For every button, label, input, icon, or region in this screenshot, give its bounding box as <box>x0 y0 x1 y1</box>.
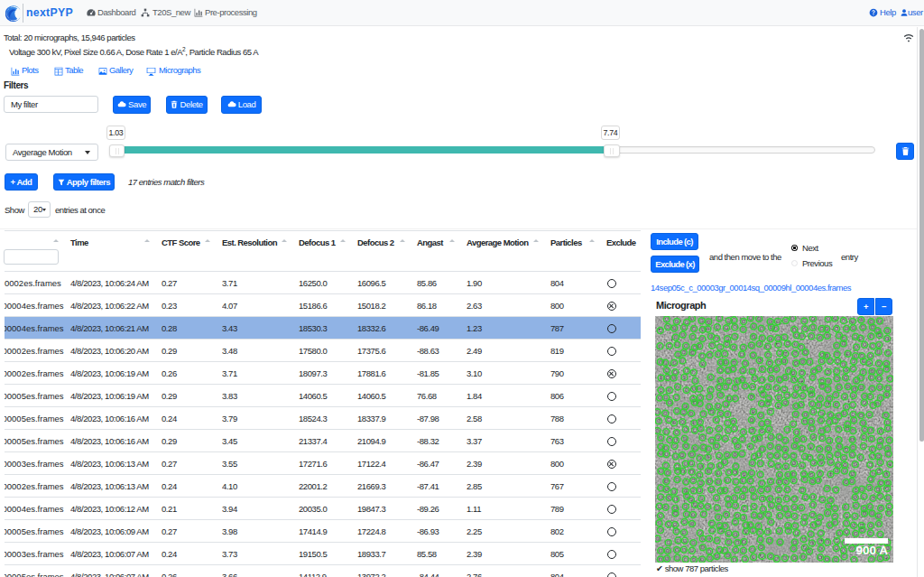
svg-text:900 A: 900 A <box>855 544 888 557</box>
